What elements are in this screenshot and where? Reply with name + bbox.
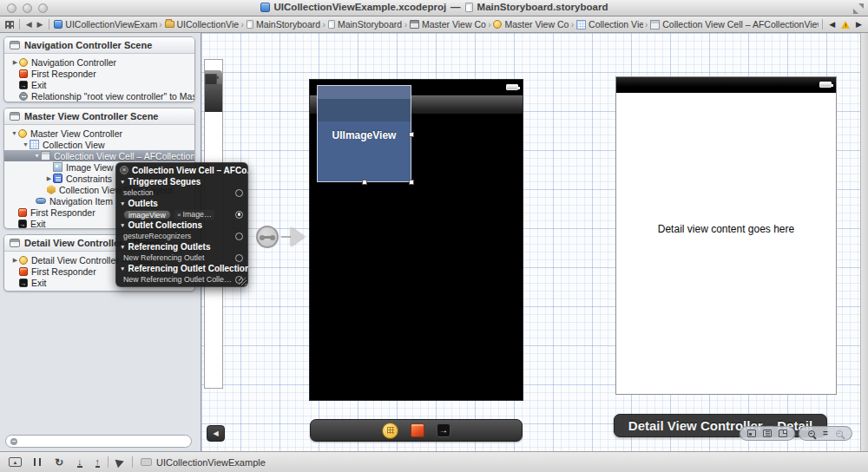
outline-row-exit[interactable]: → Exit [4, 79, 194, 90]
outline-row-first-responder[interactable]: First Responder [4, 68, 194, 79]
master-view-controller-canvas[interactable]: UIImageView [310, 80, 523, 400]
disclosure-triangle[interactable]: ▶ [11, 257, 19, 264]
hud-row-selection[interactable]: selection [115, 187, 248, 198]
hud-row-new-referencing-outlet-collection[interactable]: New Referencing Outlet Colle… [115, 274, 248, 285]
uiimageview-selected[interactable]: UIImageView [317, 85, 411, 182]
scene-header-master-view-controller[interactable]: Master View Controller Scene [4, 108, 194, 125]
divider [19, 19, 20, 30]
related-items-icon[interactable] [5, 21, 14, 29]
detail-scene-label-bar[interactable]: Detail View Controller – Detail [614, 414, 827, 437]
zoom-out-icon[interactable] [808, 430, 815, 437]
disclosure-triangle[interactable]: ▶ [11, 59, 19, 66]
resize-handle-corner[interactable] [409, 180, 414, 185]
running-app-name[interactable]: UICollectionViewExample [156, 457, 266, 468]
toggle-document-outline-button[interactable]: ◀ [207, 425, 225, 442]
hud-section-label: Outlet Collections [128, 220, 202, 230]
first-responder-dock-icon[interactable] [411, 423, 424, 437]
connection-circle[interactable] [235, 233, 243, 240]
file-icon [247, 20, 253, 29]
detail-view-controller-canvas[interactable]: Detail view content goes here [615, 76, 837, 395]
hud-section-referencing-outlets[interactable]: ▼ Referencing Outlets [115, 241, 248, 252]
outline-row-collection-view-cell[interactable]: ▼ Collection View Cell – AFCollectionVie… [4, 150, 194, 161]
hud-section-outlets[interactable]: ▼ Outlets [115, 198, 248, 209]
debug-bar: ▲ ↻ ↓ ↑ UICollectionViewExample [0, 451, 868, 472]
fullscreen-icon[interactable] [853, 3, 864, 14]
go-forward-button[interactable]: ▶ [35, 20, 46, 29]
disconnect-icon[interactable]: × [177, 211, 181, 219]
canvas-control-icon-a[interactable] [747, 429, 756, 437]
go-back-button[interactable]: ◀ [23, 20, 35, 29]
step-into-icon[interactable]: ↓ [77, 457, 82, 468]
zoom-in-icon[interactable] [836, 430, 843, 437]
disclosure-triangle[interactable]: ▼ [10, 130, 18, 136]
outline-label: Navigation Item [49, 196, 113, 206]
outlet-connection[interactable]: × Image… [174, 210, 214, 220]
disclosure-triangle[interactable]: ▶ [45, 175, 53, 182]
divider [132, 456, 133, 468]
connection-target-label: Image… [183, 210, 212, 219]
divider [49, 19, 49, 30]
editor-controls-group [740, 426, 795, 441]
hud-row-gesture-recognizers[interactable]: gestureRecognizers [115, 231, 248, 241]
toggle-debug-area-button[interactable]: ▲ [9, 457, 22, 467]
hud-section-triggered-segues[interactable]: ▼ Triggered Segues [115, 176, 248, 187]
image-view-icon [53, 162, 62, 172]
breadcrumb-view-controller[interactable]: Master View Co… [492, 19, 569, 30]
document-title: MainStoryboard.storyboard [477, 2, 608, 12]
storyboard-file-icon [465, 3, 473, 12]
next-issue-button[interactable]: ▶ [853, 20, 865, 29]
vertical-scrollbar[interactable] [860, 33, 868, 451]
hud-section-outlet-collections[interactable]: ▼ Outlet Collections [115, 220, 248, 231]
connection-circle[interactable] [235, 189, 243, 197]
resize-handle-bottom[interactable] [362, 180, 367, 185]
pause-button[interactable] [34, 458, 41, 466]
storyboard-canvas[interactable]: UIImageView → Detail view content goes h… [201, 33, 868, 451]
breadcrumb-file2[interactable]: MainStoryboard… [327, 19, 403, 30]
hud-header: × Collection View Cell – AFCo… [115, 164, 248, 176]
disclosure-triangle[interactable]: ▼ [22, 141, 30, 148]
outlet-capsule[interactable]: imageView [123, 210, 171, 220]
breadcrumb-project[interactable]: UICollectionViewExample [53, 19, 157, 30]
actual-size-button[interactable]: = [823, 429, 828, 438]
outline-row-master-view-controller[interactable]: ▼ Master View Controller [4, 128, 194, 139]
previous-issue-button[interactable]: ◀ [826, 20, 838, 29]
outline-row-navigation-controller[interactable]: ▶ Navigation Controller [4, 56, 194, 68]
step-out-icon[interactable]: ↑ [95, 457, 101, 468]
connection-circle[interactable] [235, 254, 243, 262]
resize-handle-right[interactable] [409, 132, 414, 137]
segue-arrow-icon[interactable] [291, 227, 305, 246]
resize-grip[interactable] [239, 278, 247, 285]
connections-hud: × Collection View Cell – AFCo… ▼ Trigger… [115, 162, 248, 287]
outline-label: First Responder [31, 69, 96, 79]
canvas-control-icon-c[interactable] [779, 429, 787, 437]
scene-header-navigation-controller[interactable]: Navigation Controller Scene [4, 37, 194, 54]
step-over-icon[interactable]: ↻ [55, 456, 63, 469]
connection-circle-filled[interactable] [235, 211, 243, 219]
disclosure-triangle[interactable]: ▼ [33, 153, 41, 159]
breadcrumb-group[interactable]: UICollectionVie… [164, 19, 240, 30]
breadcrumb-scene[interactable]: Master View Co… [409, 19, 486, 30]
outline-filter-field[interactable] [5, 435, 192, 448]
canvas-control-icon-b[interactable] [763, 429, 772, 437]
hud-row-new-referencing-outlet[interactable]: New Referencing Outlet [115, 252, 248, 263]
close-icon[interactable]: × [120, 166, 128, 174]
breadcrumb-file[interactable]: MainStoryboard… [246, 19, 321, 30]
app-icon-placeholder [141, 458, 152, 466]
view-controller-dock-icon[interactable] [382, 423, 398, 439]
exit-dock-icon[interactable]: → [437, 423, 450, 437]
flow-layout-icon [47, 185, 56, 194]
disclosure-triangle: ▼ [120, 244, 125, 250]
outline-row-relationship[interactable]: Relationship "root view controller" to M… [4, 90, 194, 102]
hud-row-imageview[interactable]: imageView × Image… [115, 209, 248, 220]
breadcrumb-cell[interactable]: Collection View Cell – AFCollectionViewC… [649, 19, 819, 30]
detail-content-label[interactable]: Detail view content goes here [616, 223, 836, 235]
hud-section-referencing-outlet-collections[interactable]: ▼ Referencing Outlet Collections [115, 263, 248, 274]
breadcrumb-label: Master View Co… [422, 19, 486, 30]
relationship-segue-icon[interactable] [256, 226, 279, 248]
outline-label: Exit [31, 80, 47, 90]
breadcrumb-collection-view[interactable]: Collection View [575, 19, 643, 30]
outline-row-collection-view[interactable]: ▼ Collection View [4, 139, 194, 150]
warning-icon[interactable] [841, 21, 850, 29]
outline-label: Collection View [43, 140, 105, 150]
simulate-location-icon[interactable] [115, 456, 126, 467]
